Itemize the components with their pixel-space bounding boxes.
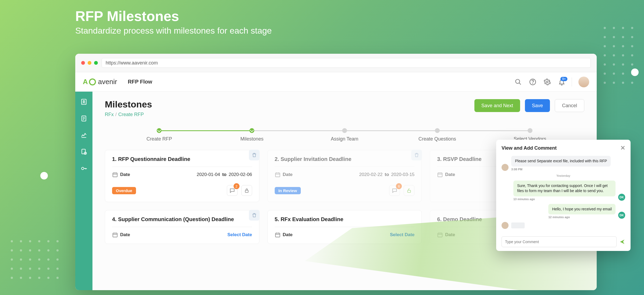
comment-panel: View and Add Comment ✕ Please send Separ… xyxy=(496,140,631,251)
svg-rect-28 xyxy=(438,173,442,177)
typing-indicator xyxy=(511,222,525,228)
day-separator: Yesterday xyxy=(502,174,625,177)
milestone-card: 5. RFx Evaluation Deadline Date Select D… xyxy=(267,210,422,244)
comment-time: 13 minutes ago xyxy=(513,197,616,201)
maximize-window-icon[interactable] xyxy=(94,61,98,65)
delete-milestone-icon[interactable] xyxy=(249,210,260,221)
milestone-title: 4. Supplier Communication (Question) Dea… xyxy=(112,216,252,227)
help-icon[interactable] xyxy=(529,78,536,85)
svg-point-6 xyxy=(83,100,84,102)
milestone-title: 5. RFx Evaluation Deadline xyxy=(275,216,415,227)
comment-message: Hello, I hope you received my email xyxy=(548,204,616,215)
close-icon[interactable]: ✕ xyxy=(620,145,625,152)
comment-time: 12 minutes ago xyxy=(548,215,616,219)
svg-rect-27 xyxy=(408,190,411,192)
cancel-button[interactable]: Cancel xyxy=(555,99,584,112)
breadcrumb-root[interactable]: RFx xyxy=(105,112,114,117)
svg-rect-12 xyxy=(82,149,85,154)
decorative-dots xyxy=(11,240,59,279)
user-avatar[interactable] xyxy=(578,77,589,87)
browser-urlbar xyxy=(75,54,597,72)
comment-input[interactable] xyxy=(502,236,617,247)
brand-letter: A xyxy=(83,78,88,86)
step-create-rfp[interactable]: Create RFP xyxy=(113,128,206,142)
send-icon[interactable] xyxy=(619,239,625,245)
lock-icon[interactable] xyxy=(241,185,252,196)
comment-count-badge: 2 xyxy=(234,183,239,189)
status-badge: In Review xyxy=(275,187,301,194)
decorative-dot xyxy=(40,172,48,179)
sidebar-report-icon[interactable] xyxy=(80,148,88,156)
divider xyxy=(572,77,572,87)
notification-badge: 9+ xyxy=(560,77,567,81)
settings-icon[interactable] xyxy=(544,78,551,85)
save-and-next-button[interactable]: Save and Next xyxy=(474,99,520,112)
sidebar-analytics-icon[interactable] xyxy=(80,131,88,139)
svg-point-0 xyxy=(516,79,520,83)
comments-icon[interactable]: 6 xyxy=(389,185,400,196)
window-controls[interactable] xyxy=(81,61,98,65)
comment-message: Sure, Thank you for contacting support. … xyxy=(513,181,616,196)
svg-point-14 xyxy=(81,167,84,170)
select-date-link[interactable]: Select Date xyxy=(227,232,252,237)
address-bar[interactable] xyxy=(102,58,591,68)
select-date-link[interactable]: Select Date xyxy=(390,232,415,237)
svg-rect-36 xyxy=(275,233,280,237)
svg-rect-32 xyxy=(113,233,117,237)
brand-name: avenir xyxy=(98,78,117,86)
comment-message: Please send Separate excel file, include… xyxy=(511,156,611,167)
app-name: RFP Flow xyxy=(128,79,152,85)
svg-point-3 xyxy=(532,83,533,83)
comment-avatar: DK xyxy=(618,212,625,219)
delete-milestone-icon[interactable] xyxy=(249,150,260,160)
comment-avatar xyxy=(502,222,509,229)
comment-avatar: DK xyxy=(618,194,625,201)
brand-ring-icon xyxy=(89,78,96,85)
minimize-window-icon[interactable] xyxy=(88,61,91,65)
decorative-dots xyxy=(604,27,633,84)
hero-title: RFP Milestones xyxy=(75,8,272,24)
comment-avatar xyxy=(502,164,509,171)
app-topbar: Aavenir RFP Flow 9+ xyxy=(75,72,597,92)
comments-icon[interactable]: 2 xyxy=(227,185,238,196)
comment-panel-title: View and Add Comment xyxy=(502,145,557,151)
milestone-title: 2. Supplier Invitation Deadline xyxy=(275,156,415,167)
milestone-title: 1. RFP Questionnaire Deadline xyxy=(112,156,252,167)
milestone-card: 4. Supplier Communication (Question) Dea… xyxy=(105,210,259,244)
milestone-card: 2. Supplier Invitation Deadline Date 202… xyxy=(267,150,422,202)
breadcrumb-current[interactable]: Create RFP xyxy=(118,112,144,117)
hero-subtitle: Standardize process with milestones for … xyxy=(75,26,272,36)
sidebar-contact-icon[interactable] xyxy=(80,98,88,106)
brand-logo[interactable]: Aavenir xyxy=(83,78,117,86)
sidebar-document-icon[interactable] xyxy=(80,115,88,122)
date-label: Date xyxy=(120,172,130,177)
search-icon[interactable] xyxy=(515,78,522,85)
decorative-dot xyxy=(631,69,639,76)
svg-line-1 xyxy=(519,83,521,85)
hero-copy: RFP Milestones Standardize process with … xyxy=(75,8,272,36)
date-to: 2020-02-06 xyxy=(229,172,252,177)
comment-time: 3:08 PM xyxy=(511,168,611,171)
close-window-icon[interactable] xyxy=(81,61,85,65)
save-button[interactable]: Save xyxy=(525,99,550,112)
delete-milestone-icon[interactable] xyxy=(411,150,422,160)
page-title: Milestones xyxy=(105,99,152,110)
notifications-icon[interactable]: 9+ xyxy=(558,78,565,85)
left-sidebar xyxy=(75,92,92,290)
unlock-icon[interactable] xyxy=(404,185,414,196)
date-from: 2020-01-04 xyxy=(197,172,220,177)
breadcrumb[interactable]: RFx/Create RFP xyxy=(105,112,152,117)
svg-point-4 xyxy=(546,81,548,83)
svg-rect-18 xyxy=(113,173,117,177)
svg-rect-22 xyxy=(245,190,248,192)
milestone-card: 1. RFP Questionnaire Deadline Date 2020-… xyxy=(105,150,259,202)
svg-rect-23 xyxy=(275,173,280,177)
svg-rect-40 xyxy=(438,233,442,237)
sidebar-key-icon[interactable] xyxy=(80,165,88,172)
status-badge: Overdue xyxy=(112,187,136,194)
